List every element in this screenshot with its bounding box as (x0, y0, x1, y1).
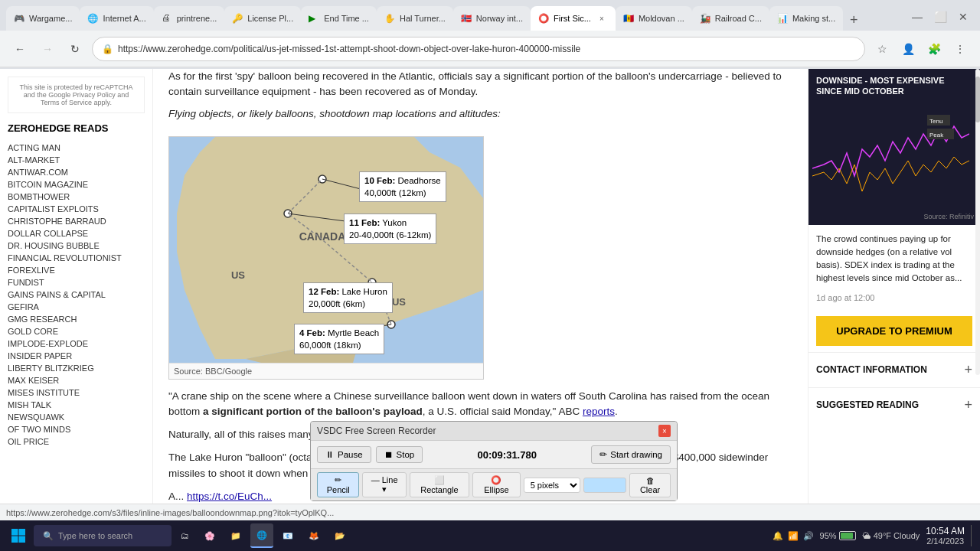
tab-halturner[interactable]: ✋ Hal Turner... (377, 6, 453, 31)
extensions-button[interactable]: 🧩 (923, 38, 945, 60)
sidebar-link-gold-core[interactable]: GOLD CORE (8, 325, 145, 337)
browser-icon: 🌐 (256, 530, 267, 540)
sidebar-link-insider[interactable]: INSIDER PAPER (8, 350, 145, 362)
network-icon[interactable]: 📶 (788, 531, 799, 541)
contact-section[interactable]: CONTACT INFORMATION + (808, 352, 980, 387)
tab-moldovan[interactable]: 🇲🇩 Moldovan ... (616, 6, 692, 31)
sr-draw-button[interactable]: ✏ Start drawing (591, 445, 671, 464)
map-caption: Source: BBC/Google (169, 363, 483, 379)
tab-printren[interactable]: 🖨 printrene... (154, 6, 225, 31)
show-desktop-button[interactable] (971, 525, 974, 546)
sidebar-link-gmg[interactable]: GMG RESEARCH (8, 313, 145, 325)
url-text: https://www.zerohedge.com/political/us-j… (118, 44, 580, 54)
sidebar-link-implode[interactable]: IMPLODE-EXPLODE (8, 337, 145, 350)
suggested-title: SUGGESTED READING (816, 399, 919, 410)
address-bar[interactable]: 🔒 https://www.zerohedge.com/political/us… (92, 37, 865, 61)
sr-controls: ⏸ Pause ⏹ Stop 00:09:31.780 ✏ Start draw… (311, 441, 677, 468)
sidebar-link-housing[interactable]: DR. HOUSING BUBBLE (8, 240, 145, 252)
sr-stop-icon: ⏹ (384, 450, 394, 459)
taskbar-app-firefox[interactable]: 🦊 (302, 523, 325, 548)
volume-icon[interactable]: 🔊 (803, 531, 814, 541)
sr-pause-button[interactable]: ⏸ Pause (317, 446, 371, 463)
refresh-button[interactable]: ↻ (64, 38, 86, 60)
sr-title-text: VSDC Free Screen Recorder (317, 425, 658, 436)
reports-link[interactable]: reports (583, 406, 615, 417)
new-tab-button[interactable]: + (843, 9, 864, 31)
sidebar-link-gains[interactable]: GAINS PAINS & CAPITAL (8, 289, 145, 301)
browser-chrome: 🎮 Wargame... 🌐 Internet A... 🖨 printrene… (0, 0, 980, 69)
taskbar-search[interactable]: 🔍 Type here to search (34, 525, 172, 546)
forward-button[interactable]: → (37, 38, 58, 60)
sr-size-select[interactable]: 5 pixels 2 pixels 8 pixels 10 pixels (524, 478, 580, 493)
minimize-button[interactable]: — (906, 6, 928, 28)
sidebar-link-antiwar[interactable]: ANTIWAR.COM (8, 166, 145, 178)
sr-pause-icon: ⏸ (325, 450, 335, 459)
taskbar-app-folder[interactable]: 📂 (328, 523, 351, 548)
task-view-icon: 🗂 (181, 531, 189, 540)
clock[interactable]: 10:54 AM 2/14/2023 (926, 526, 965, 546)
sidebar-link-max-keiser[interactable]: MAX KEISER (8, 374, 145, 386)
sr-clear-button[interactable]: 🗑 Clear (629, 473, 671, 497)
notification-icon[interactable]: 🔔 (773, 531, 783, 541)
sidebar-link-bombthower[interactable]: BOMBTHOWER (8, 191, 145, 203)
back-button[interactable]: ← (9, 38, 31, 60)
map-image: CANADA US US (169, 137, 483, 363)
start-button[interactable] (6, 523, 31, 548)
map-label-deadhorse: 10 Feb: Deadhorse40,000ft (12km) (359, 171, 446, 202)
tab-close-firstsic[interactable]: × (596, 12, 608, 24)
battery-indicator: 95% (820, 531, 856, 540)
taskbar-app-files[interactable]: 📁 (224, 523, 247, 548)
sidebar-link-dollar[interactable]: DOLLAR COLLAPSE (8, 227, 145, 240)
tab-wargame[interactable]: 🎮 Wargame... (6, 6, 80, 31)
taskbar-app-flowers[interactable]: 🌸 (198, 523, 221, 548)
profile-button[interactable]: 👤 (897, 38, 919, 60)
tab-favicon-wargame: 🎮 (14, 13, 24, 24)
sr-line-tool[interactable]: — Line ▾ (362, 472, 406, 497)
tab-norway[interactable]: 🇳🇴 Norway int... (453, 6, 531, 31)
tab-making[interactable]: 📊 Making st... (769, 6, 843, 31)
sr-ellipse-tool[interactable]: ⭕ Ellipse (472, 472, 520, 497)
map-container: CANADA US US (168, 136, 484, 380)
tab-railroad[interactable]: 🚂 Railroad C... (692, 6, 769, 31)
tab-endtime[interactable]: ▶ End Time ... (301, 6, 377, 31)
tab-license[interactable]: 🔑 License Pl... (224, 6, 301, 31)
taskbar-app-email[interactable]: 📧 (276, 523, 299, 548)
upgrade-premium-button[interactable]: UPGRADE TO PREMIUM (816, 316, 972, 346)
sidebar-link-of-two-minds[interactable]: OF TWO MINDS (8, 423, 145, 435)
windows-icon (11, 528, 26, 543)
sidebar-link-newsquawk[interactable]: NEWSQUAWK (8, 411, 145, 423)
sidebar-link-financial[interactable]: FINANCIAL REVOLUTIONIST (8, 252, 145, 264)
sidebar-link-acting-man[interactable]: ACTING MAN (8, 142, 145, 154)
taskbar-task-view[interactable]: 🗂 (175, 523, 195, 548)
sidebar-link-gefira[interactable]: GEFIRA (8, 301, 145, 313)
close-button[interactable]: ✕ (952, 6, 974, 28)
sidebar-link-fundist[interactable]: FUNDIST (8, 276, 145, 289)
taskbar-app-browser[interactable]: 🌐 (250, 523, 273, 548)
sidebar-link-liberty[interactable]: LIBERTY BLITZKRIEG (8, 362, 145, 374)
sr-rectangle-tool[interactable]: ⬜ Rectangle (410, 472, 470, 497)
suggested-section[interactable]: SUGGESTED READING + (808, 387, 980, 422)
sidebar-link-bitcoin[interactable]: BITCOIN MAGAZINE (8, 178, 145, 191)
sr-color-picker[interactable] (583, 478, 626, 493)
sr-pencil-tool[interactable]: ✏ Pencil (317, 472, 359, 497)
sr-stop-button[interactable]: ⏹ Stop (376, 446, 423, 463)
bookmark-button[interactable]: ☆ (871, 38, 893, 60)
tab-firstsic[interactable]: ⭕ First Sic... × (531, 6, 616, 31)
taskbar: 🔍 Type here to search 🗂 🌸 📁 🌐 📧 🦊 📂 🔔 📶 … (0, 520, 980, 551)
clock-time: 10:54 AM (926, 526, 965, 536)
sidebar-link-mises[interactable]: MISES INSTITUTE (8, 386, 145, 399)
maximize-button[interactable]: ⬜ (929, 6, 951, 28)
battery-fill (841, 533, 853, 539)
sidebar-link-christophe[interactable]: CHRISTOPHE BARRAUD (8, 215, 145, 227)
sr-close-button[interactable]: × (658, 425, 671, 437)
sidebar-link-oil-price[interactable]: OIL PRICE (8, 435, 145, 448)
sidebar-link-alt-market[interactable]: ALT-MARKET (8, 154, 145, 166)
sidebar-link-capitalist[interactable]: CAPITALIST EXPLOITS (8, 203, 145, 215)
tab-internet[interactable]: 🌐 Internet A... (80, 6, 153, 31)
settings-button[interactable]: ⋮ (949, 38, 971, 60)
battery-pct-label: 95% (820, 531, 837, 540)
tweet-link[interactable]: https://t.co/EuCh... (187, 491, 272, 502)
sidebar-link-mish-talk[interactable]: MISH TALK (8, 399, 145, 411)
weather-widget[interactable]: 🌥 49°F Cloudy (862, 531, 920, 540)
sidebar-link-forexlive[interactable]: FOREXLIVE (8, 264, 145, 276)
